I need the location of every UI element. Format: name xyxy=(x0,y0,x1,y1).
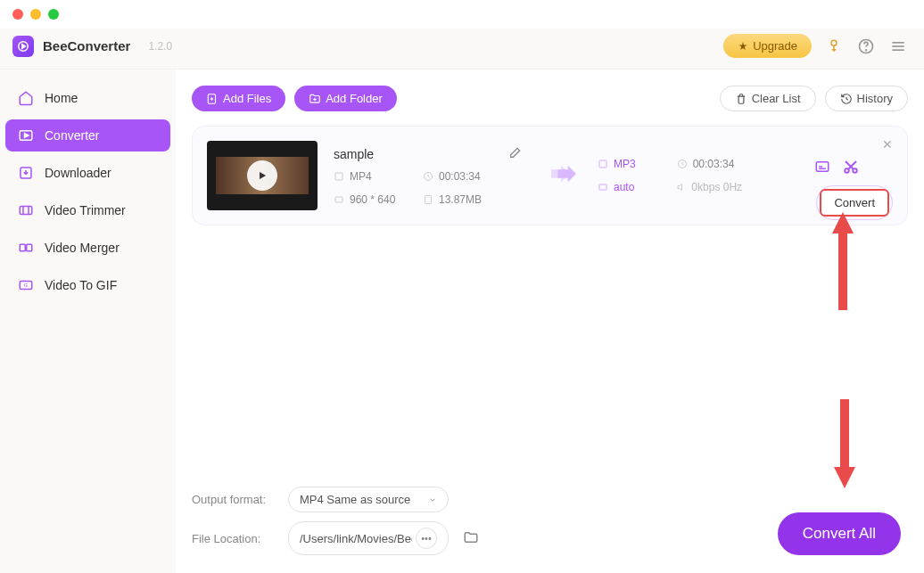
edit-name-icon[interactable] xyxy=(508,145,523,163)
svg-marker-42 xyxy=(832,212,854,233)
sidebar-item-label: Home xyxy=(45,91,78,105)
sidebar-item-converter[interactable]: Converter xyxy=(5,119,170,151)
open-folder-icon[interactable] xyxy=(463,529,479,548)
upgrade-label: Upgrade xyxy=(753,39,797,53)
clear-list-button[interactable]: Clear List xyxy=(720,86,816,111)
output-format-label: Output format: xyxy=(192,493,274,506)
app-name: BeeConverter xyxy=(43,38,130,53)
input-size: 13.87MB xyxy=(423,193,512,206)
sidebar-item-trimmer[interactable]: Video Trimmer xyxy=(5,194,170,226)
history-label: History xyxy=(857,92,893,105)
svg-rect-17 xyxy=(27,244,32,251)
file-name: sample xyxy=(334,147,374,161)
clear-list-label: Clear List xyxy=(752,92,801,105)
header: BeeConverter 1.2.0 Upgrade xyxy=(0,29,924,70)
sidebar-item-label: Video Trimmer xyxy=(45,203,126,217)
svg-rect-32 xyxy=(599,160,606,168)
svg-rect-28 xyxy=(335,197,342,202)
sidebar-item-gif[interactable]: G Video To GIF xyxy=(5,269,170,301)
file-card: sample MP4 00:03:34 960 * 640 13.87MB xyxy=(192,126,908,225)
subtitle-icon[interactable] xyxy=(814,159,830,178)
remove-file-icon[interactable]: ✕ xyxy=(882,137,893,151)
svg-rect-34 xyxy=(599,184,606,190)
download-icon xyxy=(18,165,34,181)
svg-rect-29 xyxy=(425,196,432,204)
window-maximize[interactable] xyxy=(48,9,59,20)
window-close[interactable] xyxy=(12,9,23,20)
app-icon xyxy=(12,36,34,57)
output-audio: 0kbps 0Hz xyxy=(675,181,742,193)
input-resolution: 960 * 640 xyxy=(334,193,423,206)
main-content: Add Files Add Folder Clear List History xyxy=(176,70,924,573)
svg-marker-43 xyxy=(834,467,855,488)
merger-icon xyxy=(18,240,34,256)
svg-rect-26 xyxy=(335,173,342,180)
svg-marker-1 xyxy=(22,44,25,48)
output-duration: 00:03:34 xyxy=(677,158,735,170)
annotation-arrow-2 xyxy=(832,399,857,488)
key-icon[interactable] xyxy=(824,37,844,56)
svg-point-2 xyxy=(831,40,837,45)
svg-marker-25 xyxy=(260,172,266,179)
window-controls xyxy=(0,0,924,29)
svg-point-6 xyxy=(866,49,867,50)
menu-icon[interactable] xyxy=(888,37,908,56)
trimmer-icon xyxy=(18,202,34,218)
history-button[interactable]: History xyxy=(825,86,908,111)
convert-all-button[interactable]: Convert All xyxy=(778,512,901,555)
svg-rect-13 xyxy=(20,207,32,215)
sidebar-item-downloader[interactable]: Downloader xyxy=(5,157,170,189)
video-thumbnail[interactable] xyxy=(207,141,318,210)
upgrade-button[interactable]: Upgrade xyxy=(723,34,812,58)
play-icon xyxy=(247,160,277,191)
window-minimize[interactable] xyxy=(30,9,41,20)
add-folder-button[interactable]: Add Folder xyxy=(294,86,397,111)
more-options-icon[interactable]: ••• xyxy=(416,528,437,549)
output-format-select[interactable]: MP4 Same as source xyxy=(288,487,449,512)
gif-icon: G xyxy=(18,277,34,293)
app-version: 1.2.0 xyxy=(148,40,172,53)
arrow-icon xyxy=(551,165,576,186)
svg-marker-31 xyxy=(557,166,576,183)
sidebar-item-label: Converter xyxy=(45,128,99,143)
trim-icon[interactable] xyxy=(843,159,859,178)
add-files-label: Add Files xyxy=(223,92,271,105)
input-duration: 00:03:34 xyxy=(423,170,512,183)
add-folder-label: Add Folder xyxy=(326,92,383,105)
sidebar-item-label: Video To GIF xyxy=(45,278,117,292)
file-location-label: File Location: xyxy=(192,532,274,545)
sidebar: Home Converter Downloader Video Trimmer … xyxy=(0,70,176,573)
sidebar-item-home[interactable]: Home xyxy=(5,82,170,114)
help-icon[interactable] xyxy=(856,37,876,56)
svg-rect-16 xyxy=(20,244,25,251)
sidebar-item-label: Downloader xyxy=(45,166,111,180)
annotation-arrow-1 xyxy=(830,212,855,310)
output-format[interactable]: MP3 xyxy=(598,158,636,170)
svg-text:G: G xyxy=(24,282,28,288)
output-quality[interactable]: auto xyxy=(598,181,634,193)
file-location-field: /Users/link/Movies/BeeC ••• xyxy=(288,521,449,555)
input-format: MP4 xyxy=(334,170,423,183)
sidebar-item-merger[interactable]: Video Merger xyxy=(5,232,170,264)
sidebar-item-label: Video Merger xyxy=(45,241,120,255)
home-icon xyxy=(18,90,34,106)
converter-icon xyxy=(18,127,34,143)
add-files-button[interactable]: Add Files xyxy=(192,86,285,111)
svg-marker-11 xyxy=(25,134,29,138)
